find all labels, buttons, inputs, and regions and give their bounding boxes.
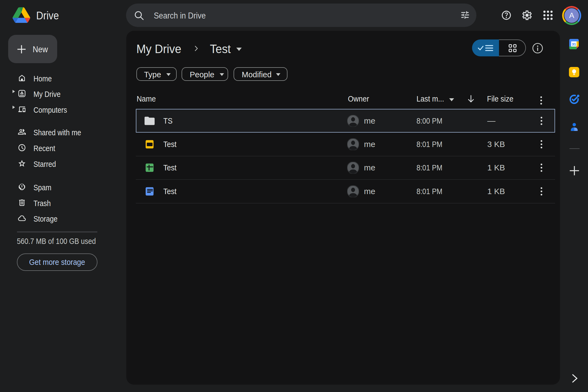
svg-text:31: 31 — [572, 42, 576, 46]
